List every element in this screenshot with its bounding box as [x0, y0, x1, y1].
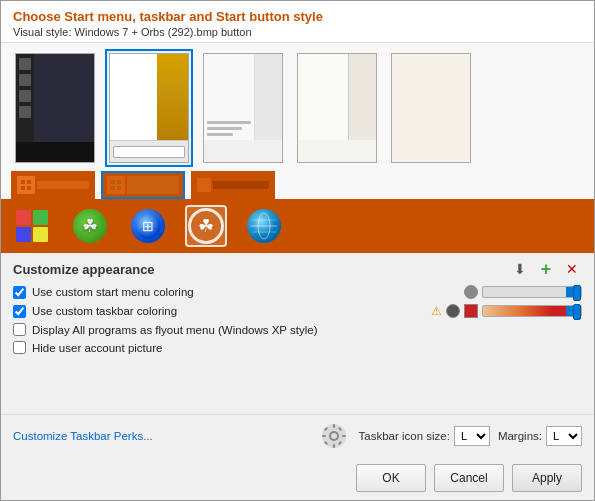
light2-right — [349, 54, 376, 140]
label-flyout: Display All programs as flyout menu (Win… — [32, 324, 582, 336]
svg-rect-21 — [342, 435, 346, 437]
preview-cream[interactable]: 👤 — [387, 49, 475, 167]
visual-style-label: Visual style: — [13, 26, 75, 38]
svg-rect-5 — [117, 180, 121, 184]
taskbar-icon-size-group: Taskbar icon size: L M S — [358, 426, 489, 446]
tb3-icon — [197, 178, 211, 192]
orb-globe[interactable] — [243, 205, 285, 247]
white-gold-bar — [157, 54, 188, 140]
orb-vista[interactable]: ⊞ — [127, 205, 169, 247]
preview-box-light2: 👤 — [297, 53, 377, 163]
gear-icon — [320, 422, 348, 450]
taskbar-icon-size-select[interactable]: L M S — [454, 426, 490, 446]
preview-box-cream: 👤 — [391, 53, 471, 163]
clover-solid-icon: ☘ — [73, 209, 107, 243]
taskbar-styles-row — [1, 167, 594, 199]
checkbox-start-coloring[interactable] — [13, 286, 26, 299]
svg-rect-4 — [111, 180, 115, 184]
content-area: 👤 👤 — [1, 43, 594, 500]
preview-light[interactable]: 👤 — [199, 49, 287, 167]
option-flyout: Display All programs as flyout menu (Win… — [13, 323, 582, 336]
svg-rect-3 — [27, 186, 31, 190]
svg-rect-19 — [333, 444, 335, 448]
preview-box-dark — [15, 53, 95, 163]
tb1-bar — [37, 181, 89, 189]
title-bar: Choose Start menu, taskbar and Start but… — [1, 1, 594, 43]
windows-btn-icon — [16, 210, 48, 242]
visual-style-value: Windows 7 + Orbs (292).bmp button — [75, 26, 252, 38]
white-gold-content — [110, 54, 157, 140]
svg-rect-2 — [21, 186, 25, 190]
apply-button[interactable]: Apply — [512, 464, 582, 492]
light-content — [204, 54, 255, 140]
clover-outline-icon: ☘ — [188, 208, 224, 244]
win-btn-q2 — [33, 210, 48, 225]
checkbox-flyout[interactable] — [13, 323, 26, 336]
label-hide-picture: Hide user account picture — [32, 342, 582, 354]
dark-icon4 — [19, 106, 31, 118]
start-slider-thumb[interactable] — [573, 285, 581, 301]
taskbar-icon-size-label: Taskbar icon size: — [358, 430, 449, 442]
svg-point-17 — [331, 433, 337, 439]
gear-icon-area — [318, 420, 350, 452]
svg-rect-1 — [27, 180, 31, 184]
win-btn-q3 — [16, 227, 31, 242]
start-color-slider[interactable] — [482, 286, 582, 298]
svg-rect-0 — [21, 180, 25, 184]
taskbar-thumb-2[interactable] — [101, 171, 185, 199]
taskbar-slider-thumb[interactable] — [573, 304, 581, 320]
taskbar-color-swatch — [464, 304, 478, 318]
preview-box-light: 👤 — [203, 53, 283, 163]
checkbox-taskbar-coloring[interactable] — [13, 305, 26, 318]
customize-icons: ⬇ + ✕ — [510, 259, 582, 279]
svg-rect-20 — [322, 435, 326, 437]
taskbar-color-slider[interactable] — [482, 305, 582, 317]
orb-clover-outline[interactable]: ☘ — [185, 205, 227, 247]
taskbar-color-dot — [446, 304, 460, 318]
customize-section: Customize appearance ⬇ + ✕ Use custom st… — [1, 253, 594, 414]
search-bar-mini — [113, 146, 185, 158]
preview-box-white-gold: 👤 — [109, 53, 189, 163]
orb-windows[interactable] — [11, 205, 53, 247]
start-coloring-colors — [464, 285, 582, 299]
option-taskbar-coloring: Use custom taskbar coloring ⚠ — [13, 304, 582, 318]
tb2-icon — [107, 176, 125, 194]
preview-white-gold[interactable]: 👤 — [105, 49, 193, 167]
customize-header: Customize appearance ⬇ + ✕ — [13, 259, 582, 279]
light2-content — [298, 54, 349, 140]
win-btn-q4 — [33, 227, 48, 242]
margins-label: Margins: — [498, 430, 542, 442]
dark-icon3 — [19, 90, 31, 102]
orb-clover-solid[interactable]: ☘ — [69, 205, 111, 247]
preview-dark[interactable] — [11, 49, 99, 167]
tb2-bar — [127, 176, 179, 194]
main-dialog: Choose Start menu, taskbar and Start but… — [0, 0, 595, 501]
margins-select[interactable]: L M S — [546, 426, 582, 446]
dark-icon1 — [19, 58, 31, 70]
dark-icon2 — [19, 74, 31, 86]
light-right — [255, 54, 282, 140]
dark-main-area — [34, 54, 94, 142]
cancel-button[interactable]: Cancel — [434, 464, 504, 492]
checkbox-hide-picture[interactable] — [13, 341, 26, 354]
dialog-title: Choose Start menu, taskbar and Start but… — [13, 9, 582, 24]
taskbar-thumb-3[interactable] — [191, 171, 275, 199]
dark-bottom-bar — [16, 142, 94, 162]
customize-taskbar-link[interactable]: Customize Taskbar Perks... — [13, 430, 310, 442]
preview-light2[interactable]: 👤 — [293, 49, 381, 167]
cream-content — [392, 54, 470, 140]
vista-icon: ⊞ — [131, 209, 165, 243]
bottom-controls-row: Customize Taskbar Perks... — [1, 414, 594, 458]
taskbar-coloring-colors: ⚠ — [431, 304, 582, 318]
margins-group: Margins: L M S — [498, 426, 582, 446]
taskbar-thumb-1[interactable] — [11, 171, 95, 199]
start-color-dot — [464, 285, 478, 299]
plus-icon-btn[interactable]: + — [536, 259, 556, 279]
download-icon-btn[interactable]: ⬇ — [510, 259, 530, 279]
option-start-coloring: Use custom start menu coloring — [13, 285, 582, 299]
win-btn-q1 — [16, 210, 31, 225]
svg-text:⊞: ⊞ — [142, 218, 154, 234]
globe-icon — [247, 209, 281, 243]
ok-button[interactable]: OK — [356, 464, 426, 492]
close-icon-btn[interactable]: ✕ — [562, 259, 582, 279]
